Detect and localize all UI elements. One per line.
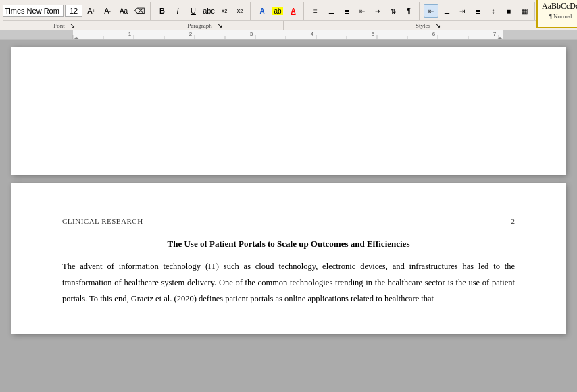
svg-text:2: 2 xyxy=(189,31,193,37)
align-right-button[interactable]: ⇥ xyxy=(455,4,470,18)
svg-text:4: 4 xyxy=(311,31,314,37)
justify-button[interactable]: ≣ xyxy=(470,4,485,18)
sort-button[interactable]: ⇅ xyxy=(386,4,401,18)
ribbon-toolbar: A+ A- Aa ⌫ B I U abc x2 x2 A ab A xyxy=(0,0,577,30)
grow-font-button[interactable]: A+ xyxy=(84,4,99,18)
style-normal-preview: AaBbCcDc xyxy=(542,2,577,11)
borders-button[interactable]: ▦ xyxy=(517,4,532,18)
styles-expand-button[interactable]: ↘ xyxy=(433,21,443,30)
ruler-svg: 1 2 3 4 5 6 7 xyxy=(0,30,577,40)
bullets-button[interactable]: ≡ xyxy=(308,4,323,18)
paragraph-expand-button[interactable]: ↘ xyxy=(215,21,224,30)
increase-indent-button[interactable]: ⇥ xyxy=(370,4,385,18)
svg-text:5: 5 xyxy=(372,31,375,37)
decrease-indent-button[interactable]: ⇤ xyxy=(355,4,370,18)
page-number: 2 xyxy=(511,217,516,225)
underline-button[interactable]: U xyxy=(186,4,201,18)
align-left-button[interactable]: ⇤ xyxy=(424,4,438,18)
styles-group-label: Styles xyxy=(416,22,430,29)
svg-rect-2 xyxy=(73,30,503,40)
group-labels-row: Font ↘ Paragraph ↘ Styles ↘ xyxy=(3,20,574,30)
highlight-button[interactable]: ab xyxy=(270,4,285,18)
shrink-font-button[interactable]: A- xyxy=(100,4,115,18)
svg-text:7: 7 xyxy=(493,31,497,37)
page-1 xyxy=(11,47,566,175)
bold-button[interactable]: B xyxy=(155,4,170,18)
svg-text:3: 3 xyxy=(250,31,253,37)
font-group-label: Font xyxy=(53,22,65,29)
page-2-content: CLINICAL RESEARCH 2 The Use of Patient P… xyxy=(11,183,566,334)
svg-rect-1 xyxy=(503,30,577,40)
subscript-button[interactable]: x2 xyxy=(217,4,232,18)
svg-text:6: 6 xyxy=(432,31,436,37)
document-body[interactable]: The advent of information technology (IT… xyxy=(62,259,515,307)
svg-rect-0 xyxy=(0,30,73,40)
page-header: CLINICAL RESEARCH 2 xyxy=(62,217,515,225)
style-normal-label: ¶ Normal xyxy=(549,13,572,20)
running-head: CLINICAL RESEARCH xyxy=(62,217,143,225)
superscript-button[interactable]: x2 xyxy=(232,4,247,18)
multilevel-list-button[interactable]: ≣ xyxy=(339,4,354,18)
page-2[interactable]: CLINICAL RESEARCH 2 The Use of Patient P… xyxy=(11,183,566,334)
line-spacing-button[interactable]: ↕ xyxy=(486,4,501,18)
svg-text:1: 1 xyxy=(128,31,132,37)
show-formatting-button[interactable]: ¶ xyxy=(401,4,416,18)
document-area: CLINICAL RESEARCH 2 The Use of Patient P… xyxy=(0,40,577,374)
align-center-button[interactable]: ☰ xyxy=(439,4,454,18)
strikethrough-button[interactable]: abc xyxy=(201,4,216,18)
shading-button[interactable]: ■ xyxy=(501,4,516,18)
font-name-input[interactable] xyxy=(3,5,64,17)
document-title: The Use of Patient Portals to Scale up O… xyxy=(62,239,515,249)
font-expand-button[interactable]: ↘ xyxy=(68,21,77,30)
clear-formatting-button[interactable]: ⌫ xyxy=(132,4,147,18)
text-effects-button[interactable]: A xyxy=(255,4,270,18)
paragraph-group-label: Paragraph xyxy=(187,22,211,29)
font-size-input[interactable] xyxy=(65,5,82,17)
italic-button[interactable]: I xyxy=(170,4,185,18)
numbering-button[interactable]: ☰ xyxy=(324,4,338,18)
ribbon-row1: A+ A- Aa ⌫ B I U abc x2 x2 A ab A xyxy=(3,1,574,20)
ruler: 1 2 3 4 5 6 7 xyxy=(0,30,577,40)
font-color-button[interactable]: A xyxy=(286,4,301,18)
change-case-button[interactable]: Aa xyxy=(116,4,131,18)
